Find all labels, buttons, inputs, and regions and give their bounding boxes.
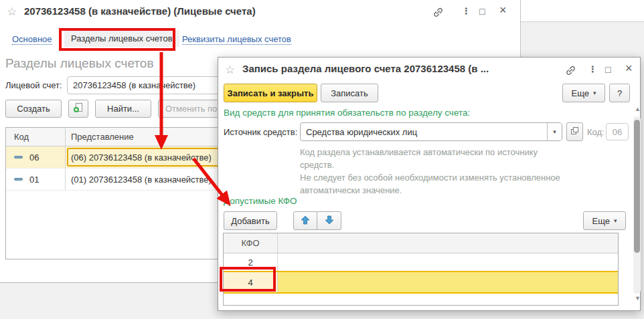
nav-link-main[interactable]: Основное — [12, 34, 52, 45]
save-and-close-button[interactable]: Записать и закрыть — [224, 84, 317, 102]
nav-link-account-attributes[interactable]: Реквизиты лицевых счетов — [182, 34, 291, 45]
find-button[interactable]: Найти... — [95, 100, 151, 118]
add-button[interactable]: Добавить — [224, 211, 277, 230]
favorite-star-icon[interactable]: ☆ — [7, 5, 17, 19]
source-field-label: Источник средств: — [224, 127, 297, 137]
link-icon[interactable] — [432, 7, 444, 20]
open-source-button[interactable] — [566, 122, 583, 141]
more-menu-icon[interactable]: ⋮ — [462, 6, 471, 17]
page-title: Разделы лицевых счетов — [5, 56, 153, 71]
funds-section-heading: Вид средств для принятия обязательств по… — [224, 108, 470, 118]
scroll-up-icon[interactable]: ▲ — [635, 106, 641, 112]
more-button[interactable]: Еще ▾ — [562, 84, 605, 102]
maximize-icon[interactable]: □ — [605, 64, 611, 75]
scrollbar-thumb[interactable] — [634, 120, 640, 253]
dropdown-arrow-icon[interactable]: ▾ — [547, 123, 562, 140]
code-hint-text: Код раздела устанавливается автоматическ… — [300, 146, 560, 197]
dialog-title: Запись раздела лицевого счета 2073612345… — [242, 63, 489, 74]
up-arrow-icon — [301, 215, 310, 227]
window-title: 20736123458 (в казначействе) (Лицевые сч… — [24, 5, 256, 17]
more-button-label: Еще — [572, 88, 589, 98]
code-field: 06 — [606, 123, 629, 140]
hint-line: средств. — [300, 158, 560, 171]
kfo-row-2[interactable]: 2 — [224, 253, 618, 271]
column-header-kfo[interactable]: КФО — [224, 233, 277, 253]
screen: ☆ 20736123458 (в казначействе) (Лицевые … — [0, 0, 644, 319]
move-down-button[interactable] — [317, 211, 341, 230]
hint-line: Код раздела устанавливается автоматическ… — [300, 146, 560, 158]
code-field-label: Код: — [587, 127, 605, 137]
kfo-value: 2 — [224, 253, 277, 271]
link-icon[interactable] — [565, 65, 576, 78]
source-field-value: Средства юридических лиц — [301, 127, 547, 137]
create-by-copy-button[interactable] — [68, 100, 88, 118]
favorite-star-icon[interactable]: ☆ — [225, 64, 235, 77]
close-icon[interactable]: × — [625, 63, 633, 74]
account-field-label: Лицевой счет: — [5, 80, 62, 90]
hint-line: Не следует без особой необходимости изме… — [300, 171, 560, 184]
app-background-strip — [521, 0, 644, 22]
source-field[interactable]: Средства юридических лиц ▾ — [300, 122, 562, 141]
code-field-value: 06 — [607, 127, 628, 137]
kfo-value: 4 — [224, 272, 277, 292]
row-code: 01 — [29, 175, 39, 185]
chevron-down-icon: ▾ — [614, 217, 617, 224]
copy-document-icon — [73, 102, 84, 115]
kfo-table: КФО 2 4 — [223, 233, 619, 306]
close-icon[interactable]: × — [499, 5, 507, 15]
row-presentation: (01) 20736123458 (в казначействе) — [71, 175, 212, 185]
column-header-empty — [277, 233, 618, 253]
down-arrow-icon — [325, 215, 334, 227]
kfo-header-row: КФО — [224, 233, 618, 253]
scroll-down-icon[interactable]: ▼ — [635, 296, 641, 302]
more-button-label: Еще — [592, 216, 610, 226]
row-marker-icon — [14, 156, 23, 158]
nav-tab-account-sections[interactable]: Разделы лицевых счетов — [64, 30, 179, 47]
column-header-code[interactable]: Код — [6, 128, 65, 146]
move-up-button[interactable] — [293, 211, 317, 230]
kfo-section-heading: Допустимые КФО — [224, 196, 297, 206]
save-button[interactable]: Записать — [321, 84, 378, 102]
help-button[interactable]: ? — [609, 84, 630, 102]
kfo-more-button[interactable]: Еще ▾ — [583, 211, 626, 230]
chevron-down-icon: ▾ — [593, 90, 596, 96]
open-icon — [570, 126, 579, 137]
kfo-row-4[interactable]: 4 — [224, 271, 618, 294]
create-button[interactable]: Создать — [5, 100, 62, 118]
maximize-icon[interactable]: □ — [479, 6, 485, 17]
row-presentation: (06) 20736123458 (в казначействе) — [71, 152, 212, 163]
row-marker-icon — [14, 178, 23, 181]
more-menu-icon[interactable]: ⋮ — [588, 64, 597, 75]
section-record-dialog: ☆ Запись раздела лицевого счета 20736123… — [218, 57, 641, 311]
hint-line: автоматически значение. — [300, 184, 560, 197]
row-code: 06 — [29, 152, 39, 163]
